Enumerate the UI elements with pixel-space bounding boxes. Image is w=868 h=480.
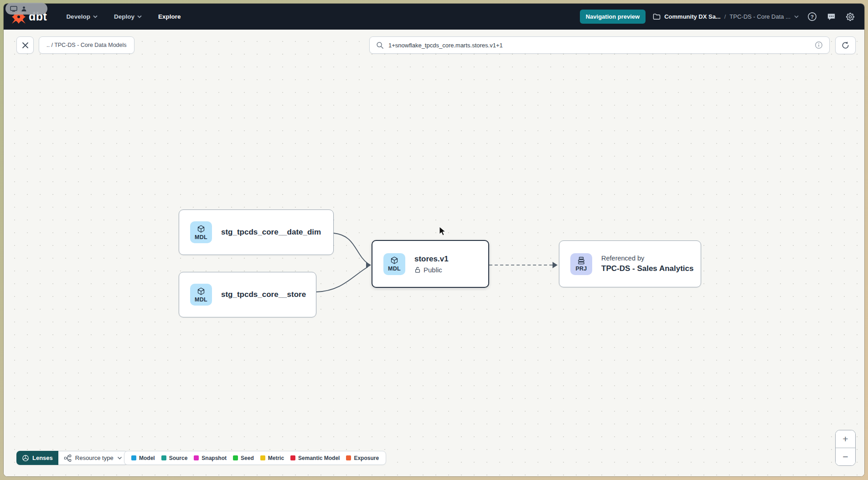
legend-item-source: Source <box>161 455 188 461</box>
node-tpcds-sales-analytics[interactable]: PRJ Referenced by TPC-DS - Sales Analyti… <box>559 240 701 287</box>
resource-type-dropdown[interactable]: Resource type <box>58 451 128 465</box>
menu-explore[interactable]: Explore <box>158 13 181 20</box>
chevron-down-icon <box>93 15 98 18</box>
node-stg-tpcds-core-store[interactable]: MDL stg_tpcds_core__store <box>179 272 316 317</box>
screen-share-indicator <box>5 3 47 15</box>
legend-swatch <box>260 455 265 460</box>
person-icon <box>21 6 27 12</box>
lock-open-icon <box>414 266 421 273</box>
app-window: dbt Develop Deploy Explore Navigation pr… <box>4 4 864 476</box>
legend-item-seed: Seed <box>233 455 254 461</box>
resource-legend: Model Source Snapshot Seed Metric Semant… <box>124 451 386 465</box>
feedback-button[interactable] <box>825 11 837 23</box>
lenses-controls: Lenses Resource type <box>16 451 128 465</box>
project-resource-badge: PRJ <box>570 253 592 275</box>
zoom-controls: + − <box>835 430 856 466</box>
menu-develop[interactable]: Develop <box>66 13 98 20</box>
badge-label: MDL <box>388 266 401 272</box>
legend-item-model: Model <box>131 455 155 461</box>
stack-icon <box>577 256 586 265</box>
graph-icon <box>64 454 72 462</box>
selector-input[interactable] <box>388 42 810 49</box>
navbar-right: Navigation preview Community DX Sa... / … <box>580 10 856 24</box>
breadcrumb: Community DX Sa... / TPC-DS - Core Data … <box>653 13 799 20</box>
breadcrumb-project[interactable]: TPC-DS - Core Data ... <box>729 13 790 20</box>
main-menu: Develop Deploy Explore <box>66 13 181 20</box>
help-icon: ? <box>807 12 817 21</box>
badge-label: MDL <box>195 296 207 303</box>
cube-icon <box>390 256 399 265</box>
menu-develop-label: Develop <box>66 13 90 20</box>
node-title: stg_tpcds_core__date_dim <box>221 228 321 237</box>
refresh-lineage-button[interactable] <box>835 36 856 54</box>
svg-text:?: ? <box>811 14 814 20</box>
chevron-down-icon <box>117 456 122 460</box>
resource-type-label: Resource type <box>75 454 114 461</box>
legend-swatch <box>346 455 351 460</box>
lens-icon <box>22 454 29 462</box>
node-stores-v1[interactable]: MDL stores.v1 Public <box>372 240 489 288</box>
legend-item-semantic-model: Semantic Model <box>290 455 340 461</box>
menu-explore-label: Explore <box>158 13 181 20</box>
lineage-path-label: .. / TPC-DS - Core Data Models <box>46 42 127 48</box>
node-title: TPC-DS - Sales Analytics <box>601 264 694 273</box>
navigation-preview-badge[interactable]: Navigation preview <box>580 10 646 24</box>
edge-date-dim-to-stores <box>334 233 368 264</box>
edge-store-to-stores <box>316 267 368 292</box>
model-resource-badge: MDL <box>190 284 212 306</box>
legend-swatch <box>161 455 166 460</box>
menu-deploy-label: Deploy <box>114 13 134 20</box>
legend-item-snapshot: Snapshot <box>194 455 227 461</box>
legend-swatch <box>290 455 295 460</box>
arrowhead <box>366 262 371 268</box>
chevron-down-icon[interactable] <box>794 15 799 18</box>
lenses-button[interactable]: Lenses <box>16 451 58 465</box>
arrowhead <box>553 262 558 268</box>
gear-icon <box>845 12 855 22</box>
badge-label: PRJ <box>575 266 587 272</box>
lineage-path-chip[interactable]: .. / TPC-DS - Core Data Models <box>39 36 134 54</box>
top-navbar: dbt Develop Deploy Explore Navigation pr… <box>4 4 864 30</box>
search-icon <box>376 41 384 49</box>
legend-swatch <box>194 455 199 460</box>
zoom-out-button[interactable]: − <box>836 448 855 465</box>
mouse-cursor <box>439 226 447 236</box>
refresh-icon <box>841 41 850 50</box>
node-title: stg_tpcds_core__store <box>221 290 306 299</box>
model-resource-badge: MDL <box>190 221 212 243</box>
breadcrumb-account[interactable]: Community DX Sa... <box>664 13 721 20</box>
legend-item-exposure: Exposure <box>346 455 379 461</box>
menu-deploy[interactable]: Deploy <box>114 13 142 20</box>
node-title: stores.v1 <box>414 255 449 264</box>
breadcrumb-separator: / <box>724 13 726 20</box>
lineage-canvas[interactable]: .. / TPC-DS - Core Data Models <box>4 30 864 476</box>
legend-swatch <box>233 455 238 460</box>
zoom-in-button[interactable]: + <box>836 430 855 448</box>
chevron-down-icon <box>137 15 142 18</box>
access-label: Public <box>424 266 442 274</box>
chat-bubble-icon <box>827 12 836 21</box>
access-row: Public <box>414 266 449 274</box>
close-icon <box>22 42 29 49</box>
cube-icon <box>196 287 206 296</box>
badge-label: MDL <box>195 234 207 240</box>
folder-icon <box>653 13 661 20</box>
node-subtitle: Referenced by <box>601 255 694 262</box>
node-stg-tpcds-core-date-dim[interactable]: MDL stg_tpcds_core__date_dim <box>179 209 334 255</box>
legend-item-metric: Metric <box>260 455 284 461</box>
close-lineage-button[interactable] <box>16 36 34 54</box>
lenses-label: Lenses <box>32 454 53 461</box>
model-resource-badge: MDL <box>383 253 405 275</box>
legend-swatch <box>131 455 136 460</box>
cube-icon <box>196 225 206 234</box>
help-button[interactable]: ? <box>806 11 818 23</box>
settings-button[interactable] <box>844 11 856 23</box>
display-icon <box>10 6 17 12</box>
info-icon[interactable] <box>815 41 823 49</box>
lineage-search <box>369 36 830 54</box>
